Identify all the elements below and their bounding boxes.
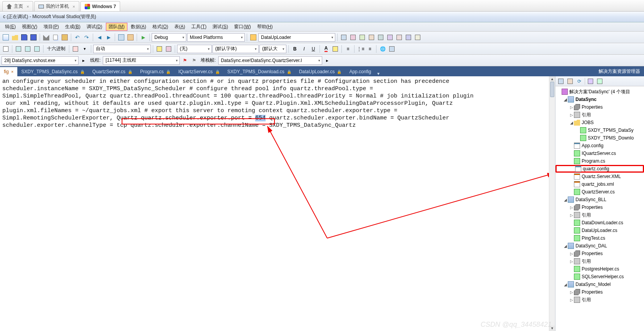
tree-node[interactable]: DataUpLoader.cs	[555, 227, 644, 234]
underline-button[interactable]: U	[309, 45, 318, 53]
tree-node[interactable]: quartz_jobs.xml	[555, 180, 644, 188]
solution-explorer-title[interactable]: 解决方案资源管理器	[595, 66, 644, 76]
tb-btn[interactable]	[155, 45, 164, 53]
tree-node[interactable]: ▷引用	[555, 257, 644, 265]
tb-btn[interactable]	[23, 45, 32, 53]
style-dropdown[interactable]: (无)	[177, 45, 212, 53]
os-tab-mycomputer[interactable]: 我的计算机×	[34, 1, 79, 11]
expand-icon[interactable]: ▷	[569, 290, 574, 294]
doc-tab-fig[interactable]: fig×	[0, 67, 17, 76]
menu-tools[interactable]: 工具(T)	[189, 23, 209, 31]
tree-node[interactable]: DataDownLoader.cs	[555, 219, 644, 227]
new-project-button[interactable]	[2, 33, 10, 42]
tree-node[interactable]: ◢DataSync_DAL	[555, 242, 644, 250]
code-editor[interactable]: an configure your scheduler in either co…	[0, 76, 555, 331]
auto-dropdown[interactable]: 自动	[93, 45, 151, 53]
refresh-button[interactable]: ⟳	[575, 77, 583, 85]
tree-node[interactable]: Quartz.Server.XML	[555, 173, 644, 180]
align-button[interactable]: ≡	[344, 45, 352, 53]
tree-node[interactable]: ▷Properties	[555, 103, 644, 111]
tb-btn[interactable]	[388, 45, 396, 53]
tb-btn[interactable]	[413, 33, 422, 42]
numlist-button[interactable]: ≡	[366, 45, 374, 53]
expand-icon[interactable]: ◢	[563, 282, 568, 287]
tree-node[interactable]: 解决方案'DataSync' (4 个项目	[555, 88, 644, 96]
hilite-button[interactable]	[331, 45, 340, 53]
tb-btn[interactable]: ▸	[323, 56, 331, 65]
tree-node[interactable]: SXDY_TPMS_DataSy	[555, 126, 644, 134]
vertical-scrollbar[interactable]: ▲ ▼	[549, 76, 555, 331]
tb-btn[interactable]	[2, 45, 10, 53]
undo-button[interactable]: ↶	[73, 33, 82, 42]
doc-tab[interactable]: App.config	[345, 67, 375, 76]
stackframe-dropdown[interactable]: DataSync.exe!DataSync.QuartzServer.I	[218, 56, 322, 65]
view-button[interactable]	[587, 77, 594, 85]
view-button[interactable]	[596, 77, 604, 85]
find-button[interactable]	[249, 33, 258, 42]
tree-node[interactable]: ▷引用	[555, 296, 644, 304]
menu-build[interactable]: 生成(B)	[62, 23, 83, 31]
tree-node[interactable]: Program.cs	[555, 157, 644, 165]
menu-project[interactable]: 项目(P)	[41, 23, 62, 31]
config-dropdown[interactable]: Debug	[152, 33, 186, 42]
editor-content[interactable]: an configure your scheduler in either co…	[0, 76, 555, 131]
flag-button[interactable]: ⚑	[181, 56, 189, 65]
doc-tab[interactable]: QuartzServer.cs🔒	[89, 67, 136, 76]
doc-tab[interactable]: DataUpLoader.cs🔒	[295, 67, 346, 76]
menu-table[interactable]: 表(A)	[172, 23, 188, 31]
close-icon[interactable]: ×	[27, 4, 29, 9]
doc-tab[interactable]: SXDY_TPMS_DataSync.cs🔒	[17, 67, 89, 76]
expand-icon[interactable]: ▷	[569, 113, 574, 117]
start-debug-button[interactable]: ▶	[139, 33, 147, 42]
tb-btn[interactable]	[404, 33, 413, 42]
tree-node[interactable]: quartz.config	[555, 165, 644, 173]
properties-button[interactable]	[557, 77, 565, 85]
showall-button[interactable]	[566, 77, 574, 85]
tb-btn[interactable]	[164, 45, 173, 53]
tb-btn[interactable]: ▼	[80, 45, 89, 53]
tb-btn[interactable]	[14, 45, 23, 53]
menu-window[interactable]: 窗口(W)	[231, 23, 253, 31]
startup-dropdown[interactable]: DataUpLoader	[258, 33, 335, 42]
menu-test[interactable]: 测试(S)	[210, 23, 231, 31]
doc-tab[interactable]: IQuartzServer.cs🔒	[174, 67, 223, 76]
menu-edit[interactable]: 辑(E)	[2, 23, 18, 31]
tb-btn[interactable]	[358, 33, 366, 42]
expand-icon[interactable]: ◢	[563, 198, 568, 202]
tb-btn[interactable]	[395, 33, 403, 42]
menu-debug[interactable]: 调试(D)	[84, 23, 105, 31]
tree-node[interactable]: ▷Properties	[555, 288, 644, 296]
tree-node[interactable]: ▷Properties	[555, 203, 644, 211]
close-icon[interactable]: ×	[11, 69, 13, 74]
tb-btn[interactable]	[367, 33, 376, 42]
expand-icon[interactable]: ▷	[569, 298, 574, 302]
list-button[interactable]: ⋮≡	[356, 45, 365, 53]
world-button[interactable]: 🌐	[378, 45, 387, 53]
save-button[interactable]	[20, 33, 28, 42]
tree-node[interactable]: ▷引用	[555, 211, 644, 219]
tool-button[interactable]	[117, 33, 125, 42]
tb-btn[interactable]	[33, 45, 41, 53]
tab-overflow-button[interactable]: ▾	[375, 71, 382, 76]
cut-button[interactable]	[42, 33, 50, 42]
scroll-thumb[interactable]	[550, 82, 554, 97]
scroll-down-button[interactable]: ▼	[549, 326, 555, 331]
menu-data[interactable]: 数据(A)	[128, 23, 149, 31]
tree-node[interactable]: PingTest.cs	[555, 234, 644, 242]
hex-label[interactable]: 十六进制	[45, 45, 67, 52]
expand-icon[interactable]: ▷	[569, 213, 574, 217]
nav-back-button[interactable]: ◀	[95, 33, 104, 42]
thread-dropdown[interactable]: [11744] 主线程	[103, 56, 180, 65]
expand-icon[interactable]: ▷	[569, 205, 574, 210]
tb-btn[interactable]	[71, 45, 80, 53]
scroll-up-button[interactable]: ▲	[549, 76, 555, 82]
bold-button[interactable]: B	[291, 45, 299, 53]
tree-node[interactable]: ◢DataSync	[555, 96, 644, 103]
tree-node[interactable]: ◢DataSync_Model	[555, 281, 644, 288]
tool-button[interactable]	[126, 33, 135, 42]
tb-btn[interactable]	[340, 33, 348, 42]
expand-icon[interactable]: ◢	[563, 97, 568, 102]
menu-help[interactable]: 帮助(H)	[254, 23, 276, 31]
tb-btn[interactable]: ▸	[79, 56, 88, 65]
tb-btn[interactable]	[386, 33, 394, 42]
